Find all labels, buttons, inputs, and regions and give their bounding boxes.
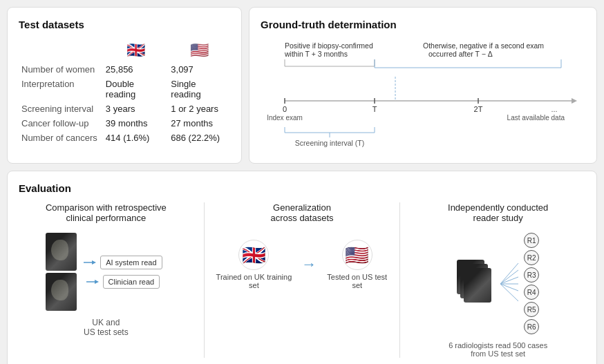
svg-text:Positive if biopsy-confirmed: Positive if biopsy-confirmed bbox=[285, 41, 373, 50]
test-datasets-title: Test datasets bbox=[19, 19, 230, 30]
svg-text:occurred after T − Δ: occurred after T − Δ bbox=[428, 50, 493, 58]
mammo-images bbox=[46, 233, 77, 311]
row-label: Cancer follow-up bbox=[19, 116, 103, 131]
arrow-box: AI system read Clinician read bbox=[84, 256, 162, 289]
eval-section-comparison: Comparison with retrospectiveclinical pe… bbox=[19, 202, 194, 358]
divider-1 bbox=[204, 202, 205, 358]
right-arrow: → bbox=[301, 256, 317, 274]
svg-line-32 bbox=[500, 270, 518, 284]
uk-value: Double reading bbox=[103, 77, 168, 102]
svg-text:T: T bbox=[372, 105, 377, 113]
ai-arrow: AI system read bbox=[84, 256, 162, 269]
mammo-image-1 bbox=[46, 233, 77, 271]
reader-lines-svg bbox=[499, 260, 520, 308]
comparison-footer: UK andUS test sets bbox=[84, 318, 129, 337]
comparison-title: Comparison with retrospectiveclinical pe… bbox=[46, 202, 167, 223]
evaluation-card: Evaluation Comparison with retrospective… bbox=[7, 171, 597, 364]
reader-r5: R5 bbox=[524, 302, 539, 317]
table-row: Number of women25,8563,097 bbox=[19, 62, 230, 77]
svg-text:Last available data: Last available data bbox=[507, 114, 565, 122]
row-label: Screening interval bbox=[19, 102, 103, 116]
timeline-diagram: Positive if biopsy-confirmed within T + … bbox=[261, 39, 585, 152]
ground-truth-card: Ground-truth determination Positive if b… bbox=[249, 7, 597, 164]
row-label: Number of women bbox=[19, 62, 103, 77]
reader-title: Independently conductedreader study bbox=[448, 202, 548, 223]
svg-marker-30 bbox=[95, 280, 99, 284]
us-value: 686 (22.2%) bbox=[168, 131, 230, 145]
us-flag-circle: 🇺🇸 bbox=[342, 240, 372, 270]
row-label: Interpretation bbox=[19, 77, 103, 102]
svg-text:Otherwise, negative if a secon: Otherwise, negative if a second exam bbox=[423, 41, 544, 50]
table-row: Number of cancers414 (1.6%)686 (22.2%) bbox=[19, 131, 230, 145]
clinician-arrow: Clinician read bbox=[86, 275, 160, 289]
svg-text:Screening interval (T): Screening interval (T) bbox=[295, 139, 364, 147]
reader-circles: R1 R2 R3 R4 R5 R6 bbox=[524, 233, 539, 334]
svg-line-36 bbox=[500, 284, 518, 301]
uk-value: 3 years bbox=[103, 102, 168, 116]
us-flag: 🇺🇸 bbox=[168, 39, 230, 62]
svg-text:0: 0 bbox=[283, 105, 287, 113]
ground-truth-title: Ground-truth determination bbox=[261, 19, 585, 30]
reader-r2: R2 bbox=[524, 250, 539, 265]
eval-sections: Comparison with retrospectiveclinical pe… bbox=[19, 202, 585, 358]
evaluation-title: Evaluation bbox=[19, 182, 585, 194]
us-value: 3,097 bbox=[168, 62, 230, 77]
trained-label: Trained on UK training set bbox=[215, 273, 294, 289]
us-value: Single reading bbox=[168, 77, 230, 102]
svg-text:...: ... bbox=[551, 105, 557, 113]
uk-value: 25,856 bbox=[103, 62, 168, 77]
table-row: Cancer follow-up39 months27 months bbox=[19, 116, 230, 131]
uk-value: 39 months bbox=[103, 116, 168, 131]
us-value: 27 months bbox=[168, 116, 230, 131]
uk-flag-circle: 🇬🇧 bbox=[238, 240, 269, 270]
reader-mammo-stack bbox=[457, 260, 495, 308]
table-row: Screening interval3 years1 or 2 years bbox=[19, 102, 230, 116]
reader-r6: R6 bbox=[524, 319, 539, 334]
svg-line-35 bbox=[500, 284, 518, 291]
tested-label: Tested on US test set bbox=[325, 273, 389, 289]
reader-container: R1 R2 R3 R4 R5 R6 bbox=[457, 233, 539, 334]
us-value: 1 or 2 years bbox=[168, 102, 230, 116]
datasets-table: 🇬🇧 🇺🇸 Number of women25,8563,097Interpre… bbox=[19, 39, 230, 145]
svg-marker-11 bbox=[572, 98, 577, 104]
reader-r1: R1 bbox=[524, 233, 539, 248]
eval-section-generalization: Generalizationacross datasets 🇬🇧 Trained… bbox=[215, 202, 390, 358]
table-row: InterpretationDouble readingSingle readi… bbox=[19, 77, 230, 102]
mammo-image-2 bbox=[46, 273, 77, 311]
svg-text:2T: 2T bbox=[474, 105, 483, 113]
svg-text:within T + 3 months: within T + 3 months bbox=[284, 50, 348, 58]
svg-marker-28 bbox=[92, 260, 96, 265]
reader-r4: R4 bbox=[524, 285, 539, 300]
generalization-title: Generalizationacross datasets bbox=[270, 202, 333, 223]
reader-r3: R3 bbox=[524, 267, 539, 282]
eval-section-reader: Independently conductedreader study bbox=[410, 202, 585, 358]
uk-flag: 🇬🇧 bbox=[103, 39, 168, 62]
svg-text:Index exam: Index exam bbox=[267, 114, 303, 122]
ai-system-label: AI system read bbox=[100, 256, 162, 269]
row-label: Number of cancers bbox=[19, 131, 103, 145]
uk-value: 414 (1.6%) bbox=[103, 131, 168, 145]
clinician-label: Clinician read bbox=[103, 275, 160, 289]
divider-2 bbox=[399, 202, 400, 358]
reader-mammo-1 bbox=[464, 268, 491, 303]
test-datasets-card: Test datasets 🇬🇧 🇺🇸 Number of women25,85… bbox=[7, 7, 242, 164]
reader-footer: 6 radiologists read 500 casesfrom US tes… bbox=[449, 341, 547, 358]
